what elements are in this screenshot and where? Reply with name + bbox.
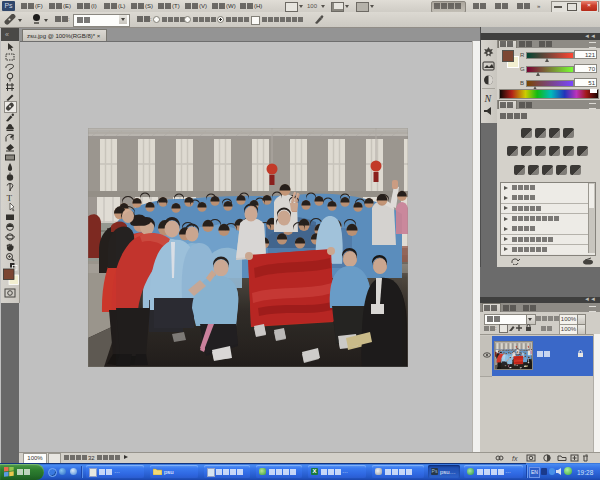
svg-text:N: N xyxy=(484,93,493,104)
svg-text:fx: fx xyxy=(512,455,518,462)
svg-text:T: T xyxy=(7,193,13,203)
